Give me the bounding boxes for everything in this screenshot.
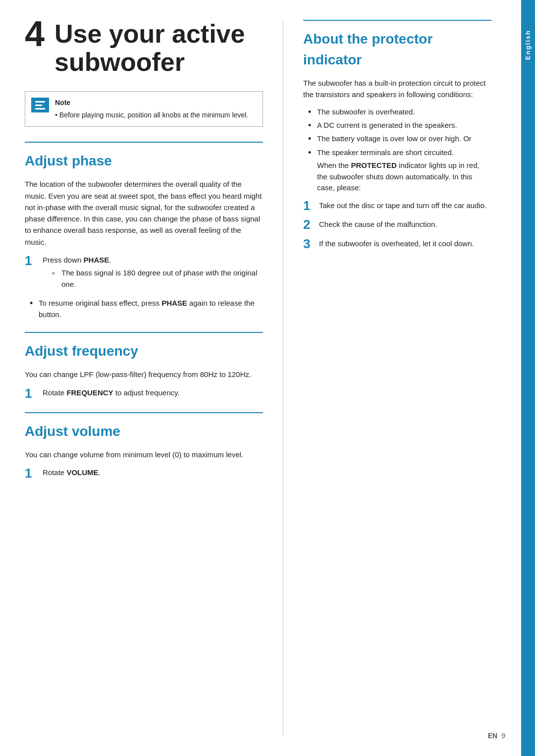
phase-bullet-text: To resume original bass effect, press PH…	[39, 298, 263, 320]
sidebar-label: English	[523, 30, 533, 60]
main-content: 4 Use your active subwoofer Note	[0, 0, 521, 756]
sidebar-tab: English	[521, 0, 535, 756]
vol-step1-suffix: .	[99, 468, 101, 477]
protector-step-1: 1 Take out the disc or tape and turn off…	[303, 199, 491, 213]
phase-step1-suffix: .	[109, 256, 111, 264]
protected-prefix: When the	[317, 161, 351, 169]
page-footer: EN 9	[488, 731, 505, 741]
vol-step-1-content: Rotate VOLUME.	[43, 466, 101, 479]
phase-step1-prefix: Press down	[43, 256, 84, 264]
phase-bullet-prefix: To resume original bass effect, press	[39, 299, 161, 307]
freq-step-1: 1 Rotate FREQUENCY to adjust frequency.	[25, 386, 263, 401]
phase-sub-list: » The bass signal is 180 degree out of p…	[52, 268, 263, 290]
adjust-volume-section: Adjust volume You can change volume from…	[25, 412, 263, 481]
protector-step-3: 3 If the subwoofer is overheated, let it…	[303, 237, 491, 251]
protector-step-2: 2 Check the cause of the malfunction.	[303, 217, 491, 232]
vol-step-1: 1 Rotate VOLUME.	[25, 466, 263, 481]
note-box: Note • Before playing music, position al…	[25, 91, 263, 127]
protector-bullet-1: • The subwoofer is overheated.	[308, 107, 491, 118]
note-content: Note • Before playing music, position al…	[55, 98, 248, 120]
protector-heading: About the protector indicator	[303, 29, 491, 70]
note-line-2	[35, 105, 42, 106]
freq-heading: Adjust frequency	[25, 341, 263, 362]
note-icon-lines	[35, 101, 45, 109]
freq-step1-bold: FREQUENCY	[66, 388, 113, 397]
protector-bullet-4: • The speaker terminals are short circui…	[308, 147, 491, 194]
freq-step-1-content: Rotate FREQUENCY to adjust frequency.	[43, 386, 180, 399]
protector-bullet-2-text: A DC current is generated in the speaker…	[317, 120, 457, 131]
page: English 4 Use your active subwoofer	[0, 0, 535, 756]
adjust-frequency-section: Adjust frequency You can change LPF (low…	[25, 332, 263, 400]
protector-step-1-content: Take out the disc or tape and turn off t…	[319, 199, 486, 212]
phase-bullet: • To resume original bass effect, press …	[30, 298, 263, 320]
phase-sub-item-1: » The bass signal is 180 degree out of p…	[52, 268, 263, 290]
vol-divider	[25, 412, 263, 413]
protector-bullet-3-text: The battery voltage is over low or over …	[317, 133, 472, 145]
note-line-1	[35, 101, 45, 103]
vol-heading: Adjust volume	[25, 421, 263, 442]
adjust-phase-section: Adjust phase The location of the subwoof…	[25, 142, 263, 320]
protector-heading-line1: About the protector	[303, 31, 432, 47]
protector-bullet-1-text: The subwoofer is overheated.	[317, 107, 415, 118]
note-text: • Before playing music, position all kno…	[55, 110, 248, 120]
right-top-divider	[303, 20, 491, 21]
phase-step1-bold: PHASE	[84, 256, 109, 264]
right-column: About the protector indicator The subwoo…	[283, 20, 491, 736]
protector-bullet-2: • A DC current is generated in the speak…	[308, 120, 491, 131]
vol-body: You can change volume from minimum level…	[25, 449, 263, 460]
protected-bold: PROTECTED	[351, 161, 397, 169]
chapter-number: 4	[25, 16, 45, 52]
chapter-heading: 4 Use your active subwoofer	[25, 20, 263, 76]
left-column: 4 Use your active subwoofer Note	[25, 20, 283, 736]
phase-heading: Adjust phase	[25, 151, 263, 171]
chapter-title: Use your active subwoofer	[54, 20, 245, 76]
phase-step-1: 1 Press down PHASE. » The bass signal is…	[25, 254, 263, 294]
vol-step1-prefix: Rotate	[43, 468, 66, 477]
chapter-title-line2: subwoofer	[54, 48, 185, 76]
footer-page-number: 9	[501, 731, 505, 741]
freq-body: You can change LPF (low-pass-filter) fre…	[25, 369, 263, 380]
protector-step-2-content: Check the cause of the malfunction.	[319, 217, 437, 230]
protector-bullet-3: • The battery voltage is over low or ove…	[308, 133, 491, 145]
footer-lang: EN	[488, 731, 497, 741]
phase-sub-text: The bass signal is 180 degree out of pha…	[61, 268, 263, 290]
protector-intro: The subwoofer has a built-in protection …	[303, 77, 491, 101]
note-icon	[31, 98, 49, 112]
protector-heading-line2: indicator	[303, 52, 362, 67]
phase-body: The location of the subwoofer determines…	[25, 178, 263, 248]
bullet-dot: •	[30, 298, 39, 309]
note-line-3	[35, 108, 45, 109]
freq-divider	[25, 332, 263, 333]
freq-step1-suffix: to adjust frequency.	[113, 388, 180, 397]
protector-bullet-4-text: The speaker terminals are short circuite…	[317, 147, 491, 194]
protector-step-3-content: If the subwoofer is overheated, let it c…	[319, 237, 474, 250]
phase-step-1-content: Press down PHASE. » The bass signal is 1…	[43, 254, 263, 294]
chapter-title-line1: Use your active	[54, 19, 245, 48]
sub-arrow-icon: »	[52, 268, 61, 278]
vol-step1-bold: VOLUME	[66, 468, 98, 477]
phase-divider	[25, 142, 263, 143]
note-label: Note	[55, 98, 248, 108]
phase-bullet-bold: PHASE	[161, 299, 187, 307]
freq-step1-prefix: Rotate	[43, 388, 66, 397]
protected-text: When the PROTECTED indicator lights up i…	[317, 160, 491, 194]
